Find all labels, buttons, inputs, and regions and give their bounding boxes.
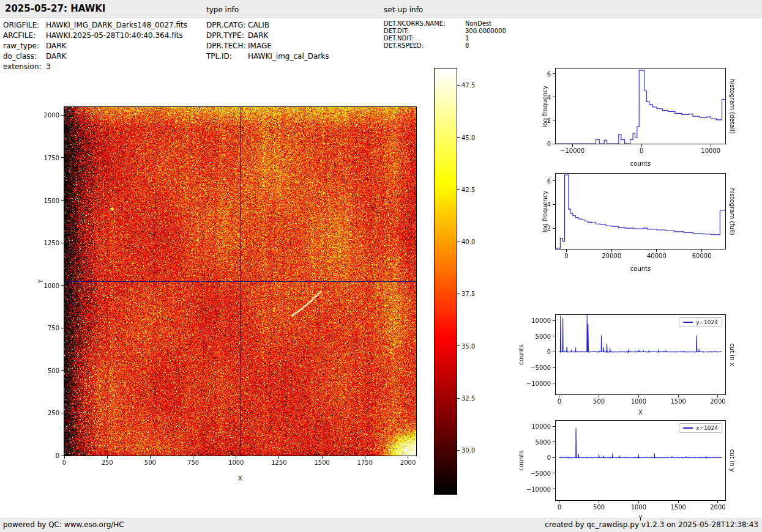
kv-label: do_class: <box>3 52 46 61</box>
main-image-x-tickmark <box>278 456 279 459</box>
kv-value: IMAGE <box>248 42 272 50</box>
main-image-x-tick-label: 1000 <box>228 459 244 466</box>
cut-y-y-tickmark <box>553 441 555 442</box>
main-image-y-tick-label: 1750 <box>44 154 59 161</box>
kv-label: ARCFILE: <box>3 31 46 40</box>
kv-label: DET.DIT: <box>384 28 465 34</box>
hist-detail-x-axis-label: counts <box>630 160 651 167</box>
main-image-y-tickmark <box>61 328 64 328</box>
cut-y-y-tick-label: 5000 <box>536 438 551 445</box>
kv-value: HAWKI_img_cal_Darks <box>248 52 329 61</box>
hist-full-x-tickmark <box>566 249 567 252</box>
hist-full-x-tick-label: 40000 <box>647 253 667 259</box>
cut-x-x-tickmark <box>678 395 679 397</box>
kv-value: DARK <box>46 52 66 61</box>
setup-info-heading: set-up info <box>384 6 423 14</box>
main-image-canvas <box>64 107 416 456</box>
colorbar-tickmark <box>457 242 460 242</box>
cut-y-x-tickmark <box>638 501 639 503</box>
colorbar-canvas <box>435 68 457 494</box>
cut-x-x-tickmark <box>717 395 718 397</box>
kv-value: 3 <box>46 62 51 71</box>
kv-value: DARK <box>46 42 66 50</box>
cut-x-y-tickmark <box>553 320 555 321</box>
kv-label: DET.NDIT: <box>384 35 465 42</box>
hist-full-x-tickmark <box>701 249 702 252</box>
main-image-x-tick-label: 1750 <box>357 459 373 466</box>
hist-full-x-tick-label: 0 <box>564 253 568 259</box>
main-image-y-tick-label: 250 <box>48 410 59 416</box>
cut-y-x-tick-label: 1500 <box>670 504 685 511</box>
cut-x-y-tickmark <box>553 352 555 352</box>
hist-detail-canvas <box>556 68 725 144</box>
kv-value: DARK <box>248 31 268 40</box>
kv-row: DET.DIT:300.0000000 <box>384 28 506 34</box>
kv-value: 8 <box>465 42 469 49</box>
cut-y-x-tickmark <box>717 501 718 503</box>
kv-row: ORIGFILE:HAWKI_IMG_DARK_Darks148_0027.fi… <box>3 21 187 29</box>
main-image-x-tickmark <box>193 456 193 459</box>
kv-label: DPR.TYPE: <box>206 31 248 40</box>
main-image-x-tick-label: 250 <box>102 459 113 466</box>
cut-y-x-tick-label: 2000 <box>710 504 725 511</box>
hist-full-y-tickmark <box>553 228 555 229</box>
cut-y-x-tickmark <box>599 501 599 503</box>
page-title: 2025-05-27: HAWKI <box>5 3 105 14</box>
hist-full-y-tickmark <box>553 204 555 205</box>
main-image-x-tickmark <box>408 456 408 459</box>
main-image-y-tick-label: 2000 <box>44 112 59 119</box>
colorbar-tick-label: 37.5 <box>461 290 475 297</box>
cut-x-x-tick-label: 500 <box>593 398 605 405</box>
cut-y-y-tick-label: −10000 <box>526 486 551 492</box>
kv-row: DET.RSPEED:8 <box>384 42 469 49</box>
cut-x-y-tickmark <box>553 367 555 368</box>
cut-y-y-axis-label: counts <box>518 450 525 470</box>
kv-row: raw_type:DARK <box>3 42 66 50</box>
cut-x-x-tick-label: 1000 <box>631 398 646 405</box>
main-image-x-tick-label: 0 <box>62 459 66 466</box>
kv-label: ORIGFILE: <box>3 21 46 29</box>
main-image-x-tick-label: 1500 <box>314 459 329 466</box>
colorbar-tick-label: 45.0 <box>461 134 475 141</box>
cut-y-x-tick-label: 0 <box>558 504 561 511</box>
kv-row: TPL.ID:HAWKI_img_cal_Darks <box>206 52 329 61</box>
hist-full-canvas <box>556 174 725 249</box>
kv-value: HAWKI.2025-05-28T10:40:40.364.fits <box>46 31 183 40</box>
hist-detail-y-axis-label: log frequency <box>542 85 548 127</box>
kv-label: TPL.ID: <box>206 52 248 61</box>
colorbar-tickmark <box>457 137 460 138</box>
cut-x-right-label: cut in x <box>729 343 736 366</box>
cut-y-y-tickmark <box>553 457 555 458</box>
main-image-y-tickmark <box>61 370 64 371</box>
main-image-y-tickmark <box>61 200 64 201</box>
cut-y-y-tickmark <box>553 489 555 489</box>
main-image-y-tickmark <box>61 285 64 286</box>
cut-y-right-label: cut in y <box>729 449 736 471</box>
hist-full-right-label: histogram (full) <box>729 188 736 235</box>
hist-detail-x-tickmark <box>641 144 642 147</box>
main-image-x-tick-label: 1250 <box>271 459 286 466</box>
qc-report-page: 2025-05-27: HAWKI type info set-up info … <box>0 0 762 532</box>
cut-y-x-tick-label: 1000 <box>631 504 646 511</box>
cut-x-y-tickmark <box>553 336 555 336</box>
main-image-x-tick-label: 750 <box>187 459 199 466</box>
cut-y-legend-label: x=1024 <box>696 425 718 431</box>
kv-row: DET.NCORRS.NAME:NonDest <box>384 20 491 27</box>
main-image-y-tick-label: 1250 <box>44 240 59 246</box>
colorbar-tick-label: 42.5 <box>461 186 475 193</box>
cut-x-x-tick-label: 1500 <box>670 398 685 405</box>
colorbar-tickmark <box>457 294 460 294</box>
cut-x-x-axis-label: X <box>638 409 643 416</box>
kv-value: NonDest <box>465 20 491 27</box>
cut-x-y-tickmark <box>553 383 555 383</box>
main-image-y-tickmark <box>61 115 64 116</box>
kv-label: DPR.CATG: <box>206 21 248 29</box>
cut-x-x-tickmark <box>599 395 599 397</box>
hist-detail-y-tick-label: 0 <box>547 141 551 147</box>
cut-y-y-tick-label: −5000 <box>530 470 551 476</box>
kv-row: do_class:DARK <box>3 52 66 61</box>
cut-y-legend: x=1024 <box>679 423 722 433</box>
colorbar-tickmark <box>457 450 460 451</box>
hist-full-y-tickmark <box>553 180 555 181</box>
main-image-y-tick-label: 500 <box>48 367 59 374</box>
